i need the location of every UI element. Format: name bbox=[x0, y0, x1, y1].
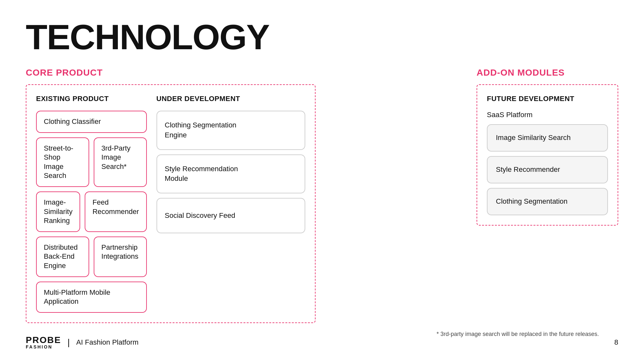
clothing-segmentation-addon-item: Clothing Segmentation bbox=[487, 188, 608, 215]
future-development-header: FUTURE DEVELOPMENT bbox=[487, 95, 608, 103]
fashion-text: FASHION bbox=[26, 345, 61, 349]
third-party-item: 3rd-PartyImage Search* bbox=[94, 137, 147, 187]
row-similarity-feed: Image-SimilarityRanking FeedRecommender bbox=[36, 191, 147, 232]
social-discovery-feed-item: Social Discovery Feed bbox=[156, 198, 305, 233]
existing-product-col: EXISTING PRODUCT Clothing Classifier Str… bbox=[36, 95, 147, 313]
under-development-header: UNDER DEVELOPMENT bbox=[156, 95, 305, 103]
style-recommendation-item: Style RecommendationModule bbox=[156, 154, 305, 194]
sections-container: CORE PRODUCT EXISTING PRODUCT Clothing C… bbox=[26, 68, 618, 323]
existing-product-header: EXISTING PRODUCT bbox=[36, 95, 147, 103]
row-distributed-partnership: DistributedBack-End Engine PartnershipIn… bbox=[36, 237, 147, 277]
street-to-shop-item: Street-to-ShopImage Search bbox=[36, 137, 89, 187]
clothing-segmentation-engine-item: Clothing SegmentationEngine bbox=[156, 111, 305, 150]
feed-recommender-item: FeedRecommender bbox=[85, 191, 147, 232]
existing-product-items: Clothing Classifier Street-to-ShopImage … bbox=[36, 111, 147, 313]
core-product-section: CORE PRODUCT EXISTING PRODUCT Clothing C… bbox=[26, 68, 316, 323]
addon-modules-section: ADD-ON MODULES FUTURE DEVELOPMENT SaaS P… bbox=[477, 68, 618, 226]
page-title: TECHNOLOGY bbox=[26, 19, 618, 55]
multi-platform-item: Multi-Platform Mobile Application bbox=[36, 282, 147, 313]
under-development-items: Clothing SegmentationEngine Style Recomm… bbox=[156, 111, 305, 233]
page: TECHNOLOGY CORE PRODUCT EXISTING PRODUCT… bbox=[0, 0, 644, 362]
saas-label: SaaS Platform bbox=[487, 111, 608, 119]
probe-logo: PROBE FASHION bbox=[26, 336, 61, 349]
core-product-label: CORE PRODUCT bbox=[26, 68, 316, 78]
clothing-classifier-item: Clothing Classifier bbox=[36, 111, 147, 133]
footer-tagline: AI Fashion Platform bbox=[76, 338, 138, 347]
image-similarity-search-item: Image Similarity Search bbox=[487, 124, 608, 152]
core-product-box: EXISTING PRODUCT Clothing Classifier Str… bbox=[26, 84, 316, 323]
under-development-col: UNDER DEVELOPMENT Clothing SegmentationE… bbox=[156, 95, 305, 313]
probe-text: PROBE bbox=[26, 336, 61, 345]
image-similarity-item: Image-SimilarityRanking bbox=[36, 191, 80, 232]
addon-modules-box: FUTURE DEVELOPMENT SaaS Platform Image S… bbox=[477, 84, 618, 226]
style-recommender-item: Style Recommender bbox=[487, 156, 608, 183]
distributed-backend-item: DistributedBack-End Engine bbox=[36, 237, 89, 277]
core-inner: EXISTING PRODUCT Clothing Classifier Str… bbox=[36, 95, 305, 313]
row-street-party: Street-to-ShopImage Search 3rd-PartyImag… bbox=[36, 137, 147, 187]
page-number: 8 bbox=[614, 338, 618, 347]
footer-left: PROBE FASHION | AI Fashion Platform bbox=[26, 336, 138, 349]
footer: PROBE FASHION | AI Fashion Platform 8 bbox=[26, 336, 618, 349]
footer-divider: | bbox=[68, 337, 70, 348]
addon-items: Image Similarity Search Style Recommende… bbox=[487, 124, 608, 215]
partnership-item: PartnershipIntegrations bbox=[94, 237, 147, 277]
addon-modules-label: ADD-ON MODULES bbox=[477, 68, 618, 78]
